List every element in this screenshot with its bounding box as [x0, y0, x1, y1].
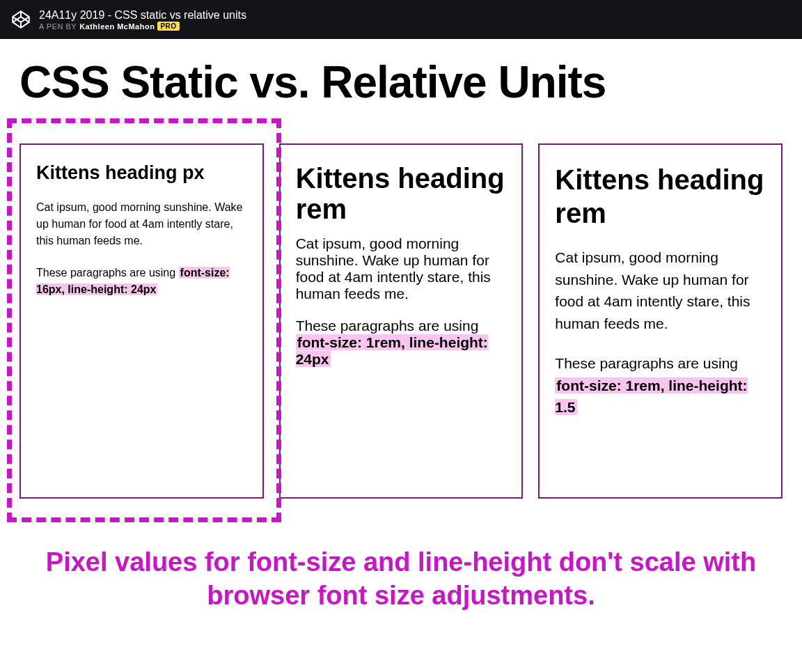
card-paragraph: These paragraphs are using font-size: 16…	[36, 265, 247, 298]
pen-title[interactable]: 24A11y 2019 - CSS static vs relative uni…	[39, 8, 246, 22]
card-paragraph: Cat ipsum, good morning sunshine. Wake u…	[555, 247, 766, 334]
card-rem-px-lineheight: Kittens heading rem Cat ipsum, good morn…	[279, 143, 524, 499]
card-paragraph: Cat ipsum, good morning sunshine. Wake u…	[296, 235, 507, 302]
card-paragraph: These paragraphs are using font-size: 1r…	[296, 318, 507, 368]
codepen-logo-icon	[11, 10, 31, 29]
pen-output: CSS Static vs. Relative Units Kittens he…	[0, 39, 802, 626]
para-lead: These paragraphs are using	[296, 318, 479, 334]
header-text: 24A11y 2019 - CSS static vs relative uni…	[39, 8, 246, 31]
card-heading: Kittens heading rem	[555, 163, 766, 230]
card-heading: Kittens heading px	[36, 163, 247, 184]
card-paragraph: These paragraphs are using font-size: 1r…	[555, 352, 766, 419]
card-rem-unitless-lineheight: Kittens heading rem Cat ipsum, good morn…	[538, 143, 783, 499]
byline-prefix: A PEN BY	[39, 22, 77, 31]
pen-author[interactable]: Kathleen McMahon	[79, 22, 155, 31]
codepen-header: 24A11y 2019 - CSS static vs relative uni…	[0, 0, 802, 39]
para-lead: These paragraphs are using	[36, 267, 179, 279]
cards-row: Kittens heading px Cat ipsum, good morni…	[19, 121, 783, 521]
page-title: CSS Static vs. Relative Units	[19, 60, 783, 104]
card-px: Kittens heading px Cat ipsum, good morni…	[19, 143, 264, 499]
highlighted-code: font-size: 1rem, line-height: 1.5	[555, 377, 747, 416]
pen-byline: A PEN BY Kathleen McMahon PRO	[39, 22, 246, 31]
highlighted-code: font-size: 1rem, line-height: 24px	[296, 334, 488, 367]
card-heading: Kittens heading rem	[296, 163, 507, 224]
card-paragraph: Cat ipsum, good morning sunshine. Wake u…	[36, 199, 247, 249]
para-lead: These paragraphs are using	[555, 355, 738, 371]
pro-badge: PRO	[157, 22, 179, 31]
caption-text: Pixel values for font-size and line-heig…	[19, 546, 783, 612]
